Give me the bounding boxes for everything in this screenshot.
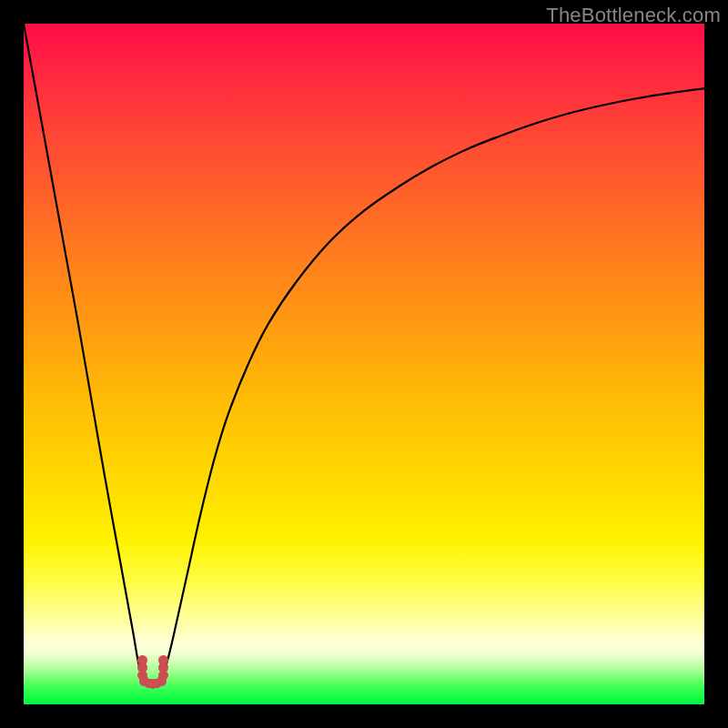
watermark-text: TheBottleneck.com [546,4,721,27]
plot-area [24,24,704,704]
chart-frame: TheBottleneck.com [0,0,728,728]
u-marker [24,24,704,704]
u-marker-dot [158,655,168,665]
